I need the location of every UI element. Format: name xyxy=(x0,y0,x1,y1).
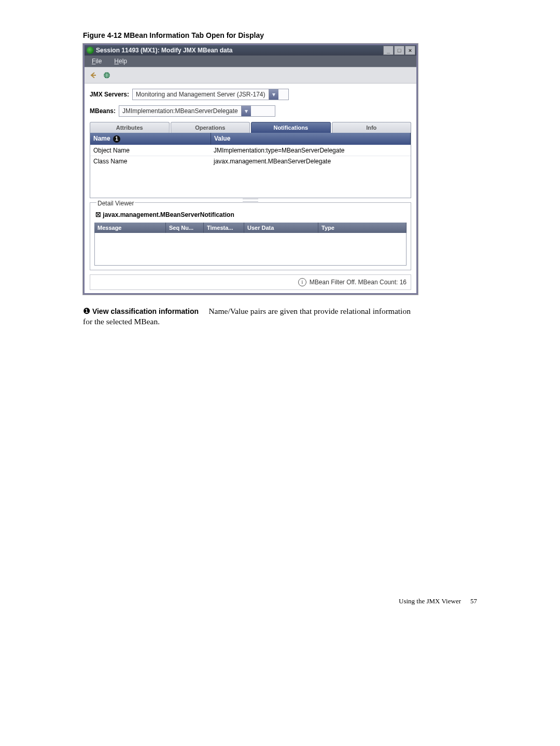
body-rest2: for the selected MBean. xyxy=(83,317,160,326)
body-paragraph: ❶ View classification information Name/V… xyxy=(83,306,482,328)
jmx-servers-select[interactable]: Monitoring and Management Server (JSR-17… xyxy=(132,89,289,100)
chevron-down-icon[interactable]: ▾ xyxy=(269,89,278,100)
info-icon: i xyxy=(298,278,306,286)
footer-page: 57 xyxy=(470,597,477,605)
jmx-servers-label: JMX Servers: xyxy=(90,91,129,98)
globe-icon[interactable] xyxy=(102,71,111,80)
tab-operations[interactable]: Operations xyxy=(171,122,250,133)
cell-name: Class Name xyxy=(90,156,211,167)
tab-info[interactable]: Info xyxy=(332,122,412,133)
tab-notifications[interactable]: Notifications xyxy=(251,122,331,133)
status-text: MBean Filter Off. MBean Count: 16 xyxy=(310,279,407,286)
body-lead: View classification information xyxy=(92,307,199,315)
mbeans-value: JMImplementation:MBeanServerDelegate xyxy=(119,107,241,115)
detail-viewer: Detail Viewer ☒ javax.management.MBeanSe… xyxy=(90,202,411,270)
close-button[interactable]: × xyxy=(405,46,415,55)
table-row[interactable]: Class Name javax.management.MBeanServerD… xyxy=(90,156,411,167)
page-footer: Using the JMX Viewer 57 xyxy=(83,597,477,605)
col-timestamp[interactable]: Timesta... xyxy=(204,223,244,233)
jmx-servers-value: Monitoring and Management Server (JSR-17… xyxy=(133,91,268,98)
col-userdata[interactable]: User Data xyxy=(244,223,318,233)
maximize-button[interactable]: □ xyxy=(394,46,404,55)
cell-value: javax.management.MBeanServerDelegate xyxy=(211,156,411,167)
detail-legend: Detail Viewer xyxy=(96,200,135,207)
chevron-down-icon[interactable]: ▾ xyxy=(241,106,251,116)
callout-bullet: ❶ xyxy=(83,307,90,315)
back-icon[interactable] xyxy=(89,71,98,80)
window-title: Session 11493 (MX1): Modify JMX MBean da… xyxy=(96,47,232,54)
titlebar: Session 11493 (MX1): Modify JMX MBean da… xyxy=(85,45,416,56)
menu-file[interactable]: File xyxy=(92,58,102,65)
body-rest: Name/Value pairs are given that provide … xyxy=(208,307,411,315)
tab-attributes[interactable]: Attributes xyxy=(90,122,170,133)
col-type[interactable]: Type xyxy=(318,223,407,233)
toolbar xyxy=(85,67,416,84)
app-icon xyxy=(87,47,94,54)
menu-help[interactable]: Help xyxy=(114,58,127,65)
table-row[interactable]: Object Name JMImplementation:type=MBeanS… xyxy=(90,145,411,156)
minimize-button[interactable]: _ xyxy=(383,46,394,55)
detail-grid-header: Message Seq Nu... Timesta... User Data T… xyxy=(94,223,407,233)
col-message[interactable]: Message xyxy=(94,223,166,233)
cell-name: Object Name xyxy=(90,145,211,156)
menubar: File Help xyxy=(85,56,416,67)
figure-caption: Figure 4-12 MBean Information Tab Open f… xyxy=(83,31,477,39)
tabs: Attributes Operations Notifications Info xyxy=(90,122,411,133)
splitter-handle[interactable] xyxy=(90,198,411,202)
info-grid: Name 1 Value Object Name JMImplementatio… xyxy=(90,133,411,198)
detail-title: ☒ javax.management.MBeanServerNotificati… xyxy=(95,211,407,218)
footer-text: Using the JMX Viewer xyxy=(399,597,461,605)
col-name-header[interactable]: Name 1 xyxy=(90,133,211,145)
callout-1-icon: 1 xyxy=(113,135,120,143)
cell-value: JMImplementation:type=MBeanServerDelegat… xyxy=(211,145,411,156)
app-window: Session 11493 (MX1): Modify JMX MBean da… xyxy=(83,44,418,295)
col-seq[interactable]: Seq Nu... xyxy=(166,223,204,233)
mbeans-label: MBeans: xyxy=(90,107,116,115)
detail-grid-body xyxy=(94,233,407,266)
col-value-header[interactable]: Value xyxy=(211,133,411,145)
mbeans-select[interactable]: JMImplementation:MBeanServerDelegate ▾ xyxy=(119,105,275,117)
statusbar: i MBean Filter Off. MBean Count: 16 xyxy=(90,274,411,290)
